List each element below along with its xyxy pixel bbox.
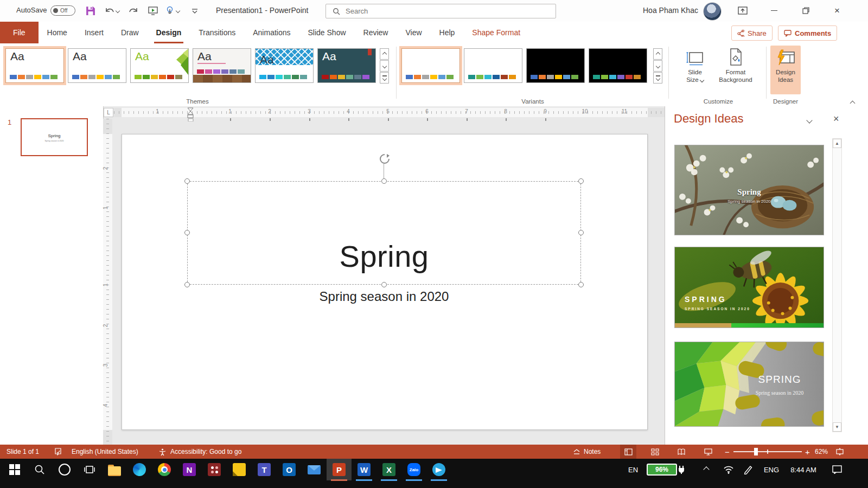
tab-slide-show[interactable]: Slide Show	[299, 22, 355, 43]
zalo-icon[interactable]: Zalo	[401, 459, 426, 480]
reading-view-button[interactable]	[673, 445, 690, 459]
themes-scroll-down-icon[interactable]	[380, 60, 389, 72]
touch-mouse-mode-icon[interactable]	[165, 3, 180, 18]
clock[interactable]: 8:44 AM	[786, 459, 821, 480]
zoom-in-button[interactable]: +	[805, 445, 810, 459]
themes-scroll-up-icon[interactable]	[380, 48, 389, 60]
slide-title-text[interactable]: Spring	[187, 239, 581, 274]
tab-file[interactable]: File	[0, 22, 39, 43]
variant-1-selected[interactable]	[401, 48, 460, 83]
tab-transitions[interactable]: Transitions	[190, 22, 244, 43]
panel-scrollbar[interactable]: ▲ ▼	[832, 138, 842, 432]
excel-icon[interactable]: X	[376, 459, 401, 480]
fit-slide-to-window-icon[interactable]	[835, 445, 844, 459]
resize-handle-sw[interactable]	[184, 282, 190, 287]
resize-handle-nw[interactable]	[184, 178, 190, 184]
edge-icon[interactable]	[127, 459, 152, 480]
tab-view[interactable]: View	[397, 22, 430, 43]
tab-draw[interactable]: Draw	[112, 22, 148, 43]
resize-handle-se[interactable]	[578, 282, 584, 287]
app-icon-yellow[interactable]	[227, 459, 252, 480]
variants-scroll-down-icon[interactable]	[653, 60, 662, 72]
resize-handle-ne[interactable]	[578, 178, 584, 184]
ime-indicator[interactable]: ENG	[761, 459, 782, 480]
tab-shape-format[interactable]: Shape Format	[463, 22, 529, 43]
restore-button[interactable]	[793, 0, 818, 21]
slide-thumbnail[interactable]: Spring Spring season in 2020	[21, 118, 88, 156]
normal-view-button[interactable]	[620, 445, 636, 459]
theme-office-selected[interactable]: Aa	[5, 48, 64, 83]
variant-3[interactable]	[526, 48, 585, 83]
user-name[interactable]: Hoa Pham Khac	[643, 6, 698, 15]
spell-check-icon[interactable]	[54, 445, 62, 459]
slide-counter[interactable]: Slide 1 of 1	[7, 445, 39, 459]
language-status[interactable]: English (United States)	[72, 445, 138, 459]
teams-icon[interactable]: T	[252, 459, 277, 480]
close-button[interactable]: ×	[825, 0, 850, 21]
design-idea-thumbnail-3[interactable]: SPRING Spring season in 2020	[674, 342, 824, 427]
resize-handle-e[interactable]	[578, 230, 584, 235]
tab-home[interactable]: Home	[39, 22, 76, 43]
word-icon[interactable]: W	[352, 459, 376, 480]
theme-gallery[interactable]: Aa	[193, 48, 251, 83]
slide-subtitle-text[interactable]: Spring season in 2020	[187, 289, 581, 304]
minimize-button[interactable]	[762, 0, 787, 21]
action-center-icon[interactable]	[829, 459, 845, 480]
resize-handle-w[interactable]	[184, 230, 190, 235]
autosave-toggle[interactable]: Off	[50, 5, 75, 16]
touch-mode-dropdown-chevron[interactable]	[176, 9, 180, 13]
tab-design[interactable]: Design	[148, 22, 190, 43]
tab-insert[interactable]: Insert	[76, 22, 112, 43]
start-from-beginning-icon[interactable]	[148, 3, 158, 18]
tab-selector-button[interactable]: L	[104, 108, 113, 117]
mail-icon[interactable]	[302, 459, 327, 480]
scroll-up-icon[interactable]: ▲	[833, 139, 841, 148]
start-button[interactable]	[2, 459, 27, 480]
taskbar-search-icon[interactable]	[27, 459, 52, 480]
wifi-icon[interactable]	[722, 459, 736, 480]
variants-more-icon[interactable]	[653, 72, 662, 84]
input-language-indicator[interactable]: EN	[624, 459, 642, 480]
panel-options-chevron[interactable]	[806, 117, 812, 123]
zoom-slider[interactable]	[733, 445, 802, 459]
comments-button[interactable]: Comments	[778, 25, 837, 41]
variant-2[interactable]	[464, 48, 522, 83]
accessibility-status[interactable]: Accessibility: Good to go	[170, 445, 241, 459]
slide-sorter-view-button[interactable]	[647, 445, 663, 459]
themes-more-icon[interactable]	[380, 72, 389, 84]
zoom-level[interactable]: 62%	[815, 445, 828, 459]
zoom-out-button[interactable]: −	[725, 445, 730, 459]
undo-dropdown-chevron[interactable]	[116, 9, 120, 13]
variant-4[interactable]	[589, 48, 647, 83]
variants-scroll-up-icon[interactable]	[653, 48, 662, 60]
outlook-icon[interactable]: O	[277, 459, 302, 480]
resize-handle-n[interactable]	[381, 178, 387, 184]
share-button[interactable]: Share	[731, 25, 773, 41]
resize-handle-s[interactable]	[381, 282, 387, 287]
design-idea-thumbnail-2[interactable]: SPRING SPRING SEASON IN 2020	[674, 247, 824, 328]
search-input[interactable]: Search	[326, 4, 556, 18]
redo-icon[interactable]	[128, 3, 139, 18]
chrome-icon[interactable]	[152, 459, 177, 480]
slide-size-button[interactable]: SlideSize	[679, 46, 711, 84]
onenote-icon[interactable]: N	[177, 459, 202, 480]
theme-office[interactable]: Aa	[68, 48, 126, 83]
design-idea-thumbnail-1[interactable]: Spring Spring season in 2020	[674, 145, 824, 235]
cortana-icon[interactable]	[52, 459, 77, 480]
ribbon-display-options-icon[interactable]	[730, 0, 755, 21]
avatar[interactable]	[703, 2, 722, 21]
tab-animations[interactable]: Animations	[244, 22, 299, 43]
slide-show-view-button[interactable]	[700, 445, 716, 459]
customize-qat-icon[interactable]	[191, 3, 199, 18]
save-icon[interactable]	[86, 3, 95, 18]
format-background-button[interactable]: FormatBackground	[714, 46, 757, 84]
theme-integral[interactable]: Aa	[255, 48, 314, 83]
battery-indicator[interactable]: 96%	[647, 459, 685, 480]
show-hidden-icons-chevron[interactable]	[700, 459, 713, 480]
windows-ink-pen-icon[interactable]	[741, 459, 755, 480]
notes-button[interactable]: Notes	[573, 445, 601, 459]
powerpoint-icon[interactable]: P	[327, 459, 352, 480]
theme-ion[interactable]: Aa	[317, 48, 376, 83]
accessibility-icon[interactable]	[158, 445, 167, 459]
rotate-handle[interactable]	[379, 153, 391, 165]
